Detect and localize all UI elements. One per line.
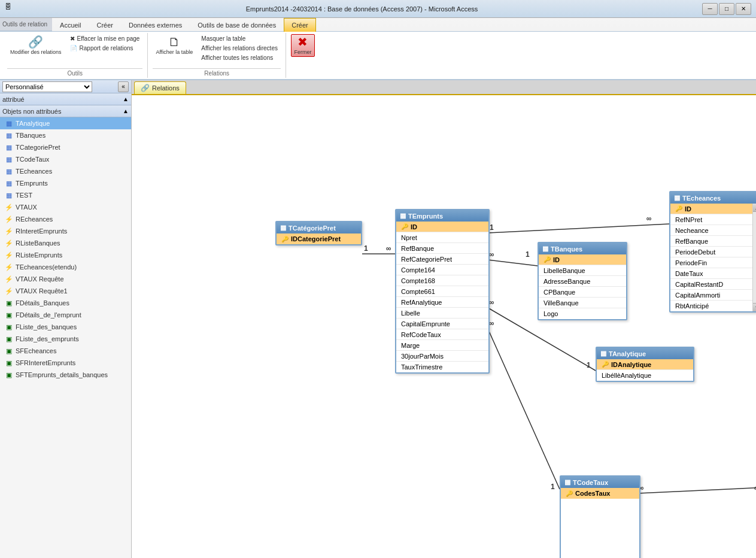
field-idanalytique[interactable]: 🔑 IDAnalytique <box>597 359 693 370</box>
field-compte168[interactable]: Compte168 <box>396 275 488 286</box>
nav-section-attribue[interactable]: attribué ▲ <box>0 93 131 105</box>
nav-item-echeances[interactable]: ▦ TEcheances <box>0 165 131 177</box>
table-tbanques[interactable]: ▦ TBanques 🔑 ID LibelleBanque AdresseBan… <box>538 242 627 320</box>
nav-item-emprunts[interactable]: ▦ TEmprunts <box>0 177 131 189</box>
tab-creer[interactable]: Créer <box>89 18 122 32</box>
nav-item-rinteretemprunts[interactable]: ⚡ RInteretEmprunts <box>0 225 131 237</box>
tab-creer-contextual[interactable]: Créer <box>284 18 316 32</box>
table-tanalytique-header: ▦ TAnalytique <box>597 348 693 359</box>
field-30joursparsmois[interactable]: 30jourParMois <box>396 351 488 362</box>
close-window-button[interactable]: ✕ <box>736 3 751 15</box>
field-capitalemprunte[interactable]: CapitalEmprunte <box>396 319 488 329</box>
nav-item-vtauxrequete1[interactable]: ⚡ VTAUX Requête1 <box>0 285 131 297</box>
field-banques-id[interactable]: 🔑 ID <box>539 254 626 265</box>
field-tauxtrimestre[interactable]: TauxTrimestre <box>396 362 488 372</box>
field-refcategoriepret[interactable]: RefCategoriePret <box>396 254 488 265</box>
field-compte661[interactable]: Compte661 <box>396 286 488 297</box>
afficher-relations-directes-button[interactable]: Afficher les relations directes <box>198 44 281 53</box>
nav-item-rlistebanques[interactable]: ⚡ RListeBanques <box>0 237 131 249</box>
form-icon: ▣ <box>5 299 13 307</box>
field-libelleanalytique[interactable]: LibéllèAnalytique <box>597 370 693 381</box>
field-refnpret[interactable]: RefNPret <box>670 214 752 225</box>
field-echeances-refbanque[interactable]: RefBanque <box>670 236 752 247</box>
nav-item-categoriepret[interactable]: ▦ TCategoriePret <box>0 141 131 153</box>
field-npret[interactable]: Npret <box>396 232 488 243</box>
nav-collapse-button[interactable]: « <box>118 81 129 92</box>
nav-item-rlisteemprunts[interactable]: ⚡ RListeEmprunts <box>0 249 131 261</box>
field-necheance[interactable]: Necheance <box>670 225 752 236</box>
field-cpbanque[interactable]: CPBanque <box>539 287 626 298</box>
nav-item-recheances[interactable]: ⚡ REcheances <box>0 213 131 225</box>
table-tbanques-header: ▦ TBanques <box>539 243 626 254</box>
field-emprunts-id[interactable]: 🔑 ID <box>396 222 488 232</box>
nav-item-vtaux[interactable]: ⚡ VTAUX <box>0 201 131 213</box>
techeances-scrollbar[interactable]: ▲ ▼ <box>752 204 756 311</box>
nav-item-flistebanques[interactable]: ▣ FListe_des_banques <box>0 321 131 333</box>
masquer-table-button[interactable]: Masquer la table <box>198 34 281 43</box>
nav-item-vtauxrequete[interactable]: ⚡ VTAUX Requête <box>0 273 131 285</box>
tab-outils-bdd[interactable]: Outils de base de données <box>190 18 284 32</box>
nav-item-sfecheances[interactable]: ▣ SFEcheances <box>0 345 131 357</box>
tab-accueil[interactable]: Accueil <box>52 18 89 32</box>
nav-item-flisteemprunts[interactable]: ▣ FListe_des_emprunts <box>0 333 131 345</box>
afficher-toutes-relations-button[interactable]: Afficher toutes les relations <box>198 53 281 62</box>
field-refcodetaux[interactable]: RefCodeTaux <box>396 329 488 340</box>
field-periodefin[interactable]: PeriodeFin <box>670 257 752 268</box>
nav-item-sftempruntsdetails[interactable]: ▣ SFTEmprunts_details_banques <box>0 369 131 381</box>
tab-donnees-externes[interactable]: Données externes <box>121 18 190 32</box>
field-libellebanque[interactable]: LibelleBanque <box>539 265 626 276</box>
table-techeances[interactable]: ▦ TEcheances 🔑 ID RefNPret Necheance Ref… <box>669 191 756 313</box>
field-capitalrestantd[interactable]: CapitalRestantD <box>670 279 752 290</box>
nav-section-objets-toggle[interactable]: ▲ <box>123 108 129 114</box>
field-codestaux[interactable]: 🔑 CodesTaux <box>561 488 639 499</box>
field-idcategoriepret[interactable]: 🔑 IDCategoriePret <box>277 233 361 244</box>
field-datetaux[interactable]: DateTaux <box>670 268 752 279</box>
diagram-inner: 1 ∞ ∞ 1 ∞ 1 ∞ 1 ∞ <box>132 95 756 558</box>
nav-item-banques[interactable]: ▦ TBanques <box>0 129 131 141</box>
relations-tab[interactable]: 🔗 Relations <box>134 81 186 94</box>
fermer-button[interactable]: ✖ Fermer <box>291 34 315 57</box>
table-categoriepret[interactable]: ▦ TCatégoriePret 🔑 IDCategoriePret <box>275 221 362 245</box>
main-container: Personnalisé « attribué ▲ Objets non att… <box>0 80 756 558</box>
field-periodedeut[interactable]: PeriodeDebut <box>670 247 752 257</box>
diagram-canvas[interactable]: 1 ∞ ∞ 1 ∞ 1 ∞ 1 ∞ <box>132 94 756 558</box>
table-tcodetaux[interactable]: ▦ TCodeTaux 🔑 CodesTaux <box>560 475 640 558</box>
field-marge[interactable]: Marge <box>396 340 488 351</box>
field-rbtanticipe[interactable]: RbtAnticipé <box>670 301 752 311</box>
nav-item-analytique[interactable]: ▦ TAnalytique <box>0 117 131 129</box>
nav-section-objets[interactable]: Objets non attribués ▲ <box>0 105 131 117</box>
nav-item-fdetailsemprunt[interactable]: ▣ FDétails_de_l'emprunt <box>0 309 131 321</box>
nav-item-test[interactable]: ▦ TEST <box>0 189 131 201</box>
field-compte164[interactable]: Compte164 <box>396 265 488 275</box>
rapport-icon: 📄 <box>70 45 77 51</box>
table-tanalytique[interactable]: ▦ TAnalytique 🔑 IDAnalytique LibéllèAnal… <box>596 347 694 382</box>
modifier-relations-button[interactable]: 🔗 Modifier des relations <box>7 34 65 57</box>
svg-line-15 <box>637 487 756 493</box>
field-villebanque[interactable]: VilleBanque <box>539 298 626 308</box>
nav-item-fdetailsbanques[interactable]: ▣ FDétails_Banques <box>0 297 131 309</box>
nav-item-techeancesetendu[interactable]: ⚡ TEcheances(etendu) <box>0 261 131 273</box>
field-capitalammorti[interactable]: CapitalAmmorti <box>670 290 752 301</box>
nav-section-attribue-toggle[interactable]: ▲ <box>123 96 129 102</box>
minimize-button[interactable]: ─ <box>702 3 718 15</box>
work-area: 🔗 Relations 1 ∞ ∞ 1 ∞ <box>132 80 756 558</box>
nav-item-codetaux[interactable]: ▦ TCodeTaux <box>0 153 131 165</box>
field-libelle[interactable]: Libelle <box>396 308 488 319</box>
rapport-relations-button[interactable]: 📄 Rapport de relations <box>67 44 143 53</box>
maximize-button[interactable]: □ <box>719 3 734 15</box>
field-refbanque[interactable]: RefBanque <box>396 243 488 254</box>
field-logo[interactable]: Logo <box>539 308 626 319</box>
field-echeances-id[interactable]: 🔑 ID <box>670 204 752 214</box>
effacer-mise-en-page-button[interactable]: ✖ Effacer la mise en page <box>67 34 143 43</box>
table-temprunts[interactable]: ▦ TEmprunts 🔑 ID Npret RefBanque RefCate… <box>395 209 490 374</box>
contextual-tab-label: Outils de relation <box>2 21 47 28</box>
nav-item-sfrinteretemprunts[interactable]: ▣ SFRInteretEmprunts <box>0 357 131 369</box>
field-adressebanque[interactable]: AdresseBanque <box>539 276 626 287</box>
afficher-table-button[interactable]: 🗋 Afficher la table <box>153 34 196 57</box>
scrollbar-down[interactable]: ▼ <box>753 303 756 311</box>
nav-header[interactable]: Personnalisé « <box>0 80 131 93</box>
query-icon: ⚡ <box>5 263 13 271</box>
nav-category-select[interactable]: Personnalisé <box>2 81 92 92</box>
scrollbar-up[interactable]: ▲ <box>753 204 756 212</box>
field-refanalytique[interactable]: RefAnalytique <box>396 297 488 308</box>
